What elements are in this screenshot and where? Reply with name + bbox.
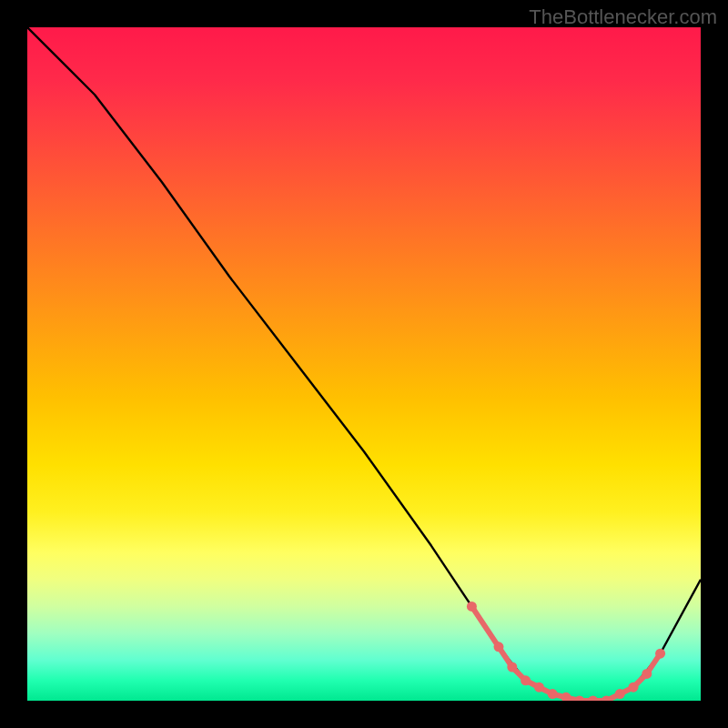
marker-dot <box>521 675 531 685</box>
marker-dot <box>574 696 584 702</box>
chart-svg <box>27 27 701 701</box>
marker-dot <box>507 662 517 672</box>
marker-dot <box>534 682 544 693</box>
marker-dots <box>467 602 665 701</box>
marker-dot <box>615 689 625 699</box>
marker-dot <box>548 689 558 699</box>
marker-dot <box>629 682 639 693</box>
marker-dot <box>561 693 571 701</box>
marker-dot <box>467 602 477 612</box>
marker-dot <box>588 696 598 702</box>
curve-line <box>27 27 701 701</box>
marker-dot <box>655 649 665 659</box>
marker-dot <box>494 642 504 652</box>
marker-dot <box>642 669 652 679</box>
plot-area <box>27 27 701 701</box>
watermark-text: TheBottlenecker.com <box>529 5 717 29</box>
